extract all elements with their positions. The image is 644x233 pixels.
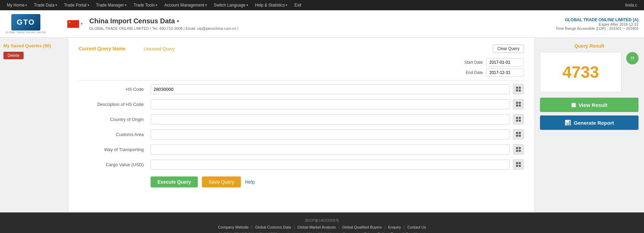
- field-row-cargo-value: Cargo Value (USD): [79, 159, 524, 170]
- generate-report-button[interactable]: 📊 Generate Report: [540, 115, 639, 130]
- field-label-customs-area: Customs Area: [79, 132, 147, 137]
- query-result-title: Query Result: [540, 43, 639, 49]
- nav-account-management[interactable]: Account Management ▾: [161, 0, 210, 10]
- svg-rect-17: [519, 147, 521, 149]
- view-result-button[interactable]: ▦ View Result: [540, 98, 639, 112]
- svg-rect-22: [516, 165, 518, 167]
- field-label-hs-code: HS Code: [79, 87, 147, 92]
- dataset-title-area: China Import Census Data ▾ GLOBAL TRADE …: [82, 17, 556, 30]
- svg-rect-20: [516, 162, 518, 164]
- svg-rect-10: [516, 120, 518, 122]
- logo-subtitle: GLOBAL TRADE ONLINE LIMITED: [5, 31, 46, 34]
- footer-link-2[interactable]: Global Market Analysis: [297, 225, 336, 229]
- top-navigation: My Home ▾ Trade Data ▾ Trade Portal ▾ Tr…: [0, 0, 644, 10]
- footer-link-3[interactable]: Global Qualified Buyers: [342, 225, 382, 229]
- svg-rect-21: [519, 162, 521, 164]
- chevron-down-icon: ▾: [156, 3, 157, 7]
- field-label-desc-hs-code: Description of HS Code: [79, 102, 147, 107]
- nav-switch-language[interactable]: Switch Language ▾: [210, 0, 252, 10]
- dataset-subtitle: GLOBAL TRADE ONLINE LIMITED ( Tel: 400-7…: [89, 26, 556, 30]
- svg-rect-19: [519, 150, 521, 152]
- icp-number: 苏ICP备14033305号: [0, 218, 644, 223]
- field-row-way-transport: Way of Transporting: [79, 144, 524, 155]
- chevron-down-icon: ▾: [25, 3, 27, 7]
- footer-separator: |: [404, 225, 405, 229]
- field-icon-btn-desc-hs-code[interactable]: [513, 99, 524, 109]
- footer-link-4[interactable]: Enquiry: [388, 225, 401, 229]
- form-fields: HS CodeDescription of HS CodeCountry of …: [79, 84, 524, 170]
- footer: 苏ICP备14033305号 Company Website|Global Cu…: [0, 212, 644, 233]
- field-input-way-transport[interactable]: [151, 145, 510, 155]
- field-icon-btn-way-transport[interactable]: [513, 144, 524, 155]
- svg-rect-7: [519, 105, 521, 107]
- chevron-down-icon: ▾: [55, 3, 57, 7]
- help-link[interactable]: Help: [245, 179, 255, 185]
- svg-rect-16: [516, 147, 518, 149]
- nav-trade-manager[interactable]: Trade Manager ▾: [93, 0, 130, 10]
- grid-icon: ▦: [571, 102, 576, 108]
- main-layout: My Saved Queries (50) Delete Current Que…: [0, 38, 644, 212]
- field-icon-btn-customs-area[interactable]: [513, 129, 524, 139]
- field-input-cargo-value[interactable]: [151, 160, 510, 170]
- expire-date: Expire After 2018-12-31: [556, 22, 639, 26]
- query-name-row: Current Query Name Unsaved Query Clear Q…: [79, 45, 524, 53]
- svg-rect-1: [519, 87, 521, 89]
- end-date-label: End Date: [455, 70, 483, 75]
- save-query-button[interactable]: Save Query: [202, 176, 241, 187]
- result-number: 4733: [547, 63, 614, 82]
- end-date-input[interactable]: [486, 69, 524, 77]
- dataset-dropdown-icon[interactable]: ▾: [177, 19, 179, 24]
- right-panel: Query Result 4733 77 ▦ View Result 📊 Gen…: [534, 38, 644, 212]
- svg-rect-23: [519, 165, 521, 167]
- result-badge: 77: [626, 52, 639, 64]
- chevron-down-icon: ▾: [246, 3, 248, 7]
- field-input-customs-area[interactable]: [151, 130, 510, 139]
- footer-link-1[interactable]: Global Customs Data: [255, 225, 291, 229]
- svg-rect-3: [519, 89, 521, 91]
- nav-help-statistics[interactable]: Help & Statistics ▾: [252, 0, 291, 10]
- field-input-hs-code[interactable]: [151, 84, 510, 94]
- page-header: GTO GLOBAL TRADE ONLINE LIMITED ★ ▾ Chin…: [0, 10, 644, 38]
- china-flag: ★: [67, 20, 79, 28]
- start-date-input[interactable]: [486, 58, 524, 66]
- svg-rect-8: [516, 117, 518, 119]
- clear-query-button[interactable]: Clear Query: [493, 45, 524, 53]
- field-input-country-origin[interactable]: [151, 114, 510, 124]
- field-row-customs-area: Customs Area: [79, 129, 524, 139]
- flag-area: ★ ▾: [67, 20, 82, 28]
- main-content: Current Query Name Unsaved Query Clear Q…: [68, 38, 534, 212]
- dataset-title: China Import Census Data ▾: [89, 17, 556, 25]
- delete-button[interactable]: Delete: [3, 52, 24, 59]
- user-label: linda.c: [622, 3, 641, 8]
- chevron-down-icon: ▾: [205, 3, 207, 7]
- nav-my-home[interactable]: My Home ▾: [3, 0, 30, 10]
- svg-rect-12: [516, 132, 518, 134]
- svg-rect-15: [519, 135, 521, 137]
- nav-exit[interactable]: Exit: [291, 0, 305, 10]
- footer-links: Company Website|Global Customs Data|Glob…: [0, 225, 644, 229]
- field-icon-btn-hs-code[interactable]: [513, 84, 524, 94]
- logo-area: GTO GLOBAL TRADE ONLINE LIMITED: [5, 14, 60, 34]
- nav-trade-data[interactable]: Trade Data ▾: [30, 0, 61, 10]
- field-row-country-origin: Country of Origin: [79, 114, 524, 124]
- svg-rect-0: [516, 87, 518, 89]
- footer-link-0[interactable]: Company Website: [218, 225, 249, 229]
- footer-separator: |: [252, 225, 253, 229]
- field-icon-btn-country-origin[interactable]: [513, 114, 524, 124]
- footer-separator: |: [384, 225, 385, 229]
- field-icon-btn-cargo-value[interactable]: [513, 159, 524, 170]
- svg-rect-9: [519, 117, 521, 119]
- svg-rect-14: [516, 135, 518, 137]
- nav-trade-portal[interactable]: Trade Portal ▾: [61, 0, 93, 10]
- execute-query-button[interactable]: Execute Query: [151, 176, 198, 187]
- svg-rect-13: [519, 132, 521, 134]
- time-range: Time Range Accessible (LDR) : 201501 ~ 2…: [556, 26, 639, 30]
- chevron-down-icon: ▾: [125, 3, 127, 7]
- svg-rect-5: [519, 102, 521, 104]
- field-input-desc-hs-code[interactable]: [151, 99, 510, 109]
- unsaved-label: Unsaved Query: [144, 46, 489, 51]
- nav-trade-tools[interactable]: Trade Tools ▾: [130, 0, 161, 10]
- field-label-cargo-value: Cargo Value (USD): [79, 162, 147, 167]
- footer-link-5[interactable]: Contact Us: [407, 225, 426, 229]
- field-row-desc-hs-code: Description of HS Code: [79, 99, 524, 109]
